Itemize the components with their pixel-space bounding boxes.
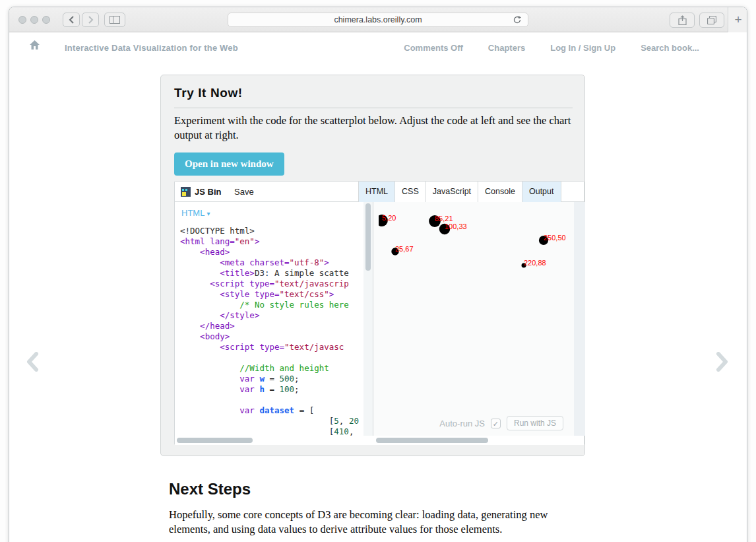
jsbin-toolbar: JS Bin Save HTMLCSSJavaScriptConsoleOutp… bbox=[175, 182, 584, 202]
editor-vertical-scrollbar[interactable] bbox=[363, 202, 373, 436]
divider bbox=[174, 108, 573, 108]
scatter-point-label: 5,20 bbox=[382, 214, 396, 222]
minimize-window-icon[interactable] bbox=[30, 16, 38, 24]
editor-horizontal-scrollbar[interactable] bbox=[177, 438, 253, 443]
reload-icon[interactable] bbox=[513, 15, 522, 24]
jsbin-save-menu[interactable]: Save bbox=[234, 187, 254, 197]
code-line: var w = 500; bbox=[180, 374, 359, 384]
code-line: //Width and height bbox=[180, 363, 359, 374]
next-steps-heading: Next Steps bbox=[169, 480, 251, 498]
plus-icon: + bbox=[734, 13, 741, 27]
zoom-window-icon[interactable] bbox=[42, 16, 50, 24]
editor-mode-dropdown[interactable]: HTML ▾ bbox=[181, 208, 210, 218]
editor-mode-label: HTML bbox=[181, 208, 205, 218]
nav-item-comments-off[interactable]: Comments Off bbox=[404, 43, 463, 53]
jsbin-tab-output[interactable]: Output bbox=[522, 182, 561, 202]
chevron-right-icon bbox=[88, 16, 94, 24]
site-header: Interactive Data Visualization for the W… bbox=[9, 32, 747, 59]
horizontal-scrollbars bbox=[175, 436, 584, 445]
browser-window: chimera.labs.oreilly.com + bbox=[9, 7, 747, 542]
tabs-icon bbox=[707, 16, 716, 24]
code-line: <body> bbox=[180, 331, 359, 342]
panel-description: Experiment with the code for the scatter… bbox=[174, 114, 575, 143]
code-line: <script type="text/javasc bbox=[180, 342, 359, 353]
output-pane: 5,2085,21100,33250,5025,67220,88 Auto-ru… bbox=[373, 202, 574, 436]
code-line bbox=[180, 395, 359, 405]
chevron-left-icon bbox=[69, 16, 75, 24]
browser-chrome: chimera.labs.oreilly.com + bbox=[9, 7, 747, 32]
code-line: <head> bbox=[180, 247, 359, 257]
scatter-point-label: 100,33 bbox=[445, 222, 467, 230]
autorun-checkbox[interactable]: ✓ bbox=[491, 419, 501, 428]
sidebar-toggle-button[interactable] bbox=[104, 13, 125, 27]
code-line: <title>D3: A simple scatte bbox=[180, 268, 359, 279]
panel-title: Try It Now! bbox=[174, 86, 243, 100]
back-button[interactable] bbox=[63, 13, 80, 27]
code-line: <style type="text/css"> bbox=[180, 289, 359, 300]
code-line: <meta charset="utf-8"> bbox=[180, 257, 359, 268]
jsbin-tab-javascript[interactable]: JavaScript bbox=[425, 182, 478, 202]
next-page-chevron[interactable] bbox=[715, 352, 730, 372]
scrollbar-thumb[interactable] bbox=[365, 203, 371, 271]
code-line: <!DOCTYPE html> bbox=[180, 226, 359, 236]
jsbin-tab-html[interactable]: HTML bbox=[358, 182, 394, 202]
try-it-now-panel: Try It Now! Experiment with the code for… bbox=[160, 75, 585, 456]
autorun-controls: Auto-run JS ✓ Run with JS bbox=[439, 416, 563, 430]
code-editor-content[interactable]: <!DOCTYPE html><html lang="en"> <head> <… bbox=[180, 226, 359, 436]
scatter-point-label: 25,67 bbox=[395, 245, 414, 253]
url-text: chimera.labs.oreilly.com bbox=[334, 15, 422, 24]
traffic-lights bbox=[18, 16, 50, 24]
code-line: </head> bbox=[180, 321, 359, 331]
chevron-down-icon: ▾ bbox=[207, 210, 210, 217]
run-with-js-button[interactable]: Run with JS bbox=[507, 416, 563, 430]
scatter-point-label: 85,21 bbox=[435, 215, 453, 222]
new-tab-button[interactable]: + bbox=[728, 7, 747, 32]
url-field[interactable]: chimera.labs.oreilly.com bbox=[228, 13, 528, 27]
jsbin-tab-css[interactable]: CSS bbox=[394, 182, 425, 202]
code-line: [5, 20 bbox=[180, 416, 359, 426]
previous-page-chevron[interactable] bbox=[25, 352, 40, 372]
output-horizontal-scrollbar[interactable] bbox=[376, 438, 488, 443]
nav-item-chapters[interactable]: Chapters bbox=[488, 43, 525, 53]
open-in-new-window-button[interactable]: Open in new window bbox=[174, 152, 284, 176]
jsbin-tabs: HTMLCSSJavaScriptConsoleOutput bbox=[358, 182, 561, 202]
autorun-label: Auto-run JS bbox=[439, 419, 485, 428]
site-nav: Comments OffChaptersLog In / Sign UpSear… bbox=[404, 43, 747, 53]
share-icon bbox=[678, 15, 687, 25]
code-line: <script type="text/javascrip bbox=[180, 279, 359, 289]
jsbin-embed: JS Bin Save HTMLCSSJavaScriptConsoleOutp… bbox=[174, 181, 584, 445]
jsbin-logo-icon bbox=[181, 187, 191, 197]
close-window-icon[interactable] bbox=[18, 16, 26, 24]
forward-button[interactable] bbox=[82, 13, 99, 27]
tab-overview-button[interactable] bbox=[699, 13, 724, 28]
code-line: /* No style rules here bbox=[180, 300, 359, 310]
sidebar-icon bbox=[110, 16, 120, 24]
share-button[interactable] bbox=[670, 13, 695, 28]
jsbin-brand[interactable]: JS Bin bbox=[195, 187, 221, 197]
next-steps-paragraph: Hopefully, some core concepts of D3 are … bbox=[169, 508, 575, 537]
home-icon[interactable] bbox=[30, 40, 40, 50]
code-line: </style> bbox=[180, 310, 359, 321]
nav-item-search-book[interactable]: Search book... bbox=[641, 43, 699, 53]
jsbin-tab-console[interactable]: Console bbox=[478, 182, 522, 202]
code-line: [410, bbox=[180, 426, 359, 436]
code-line: var h = 100; bbox=[180, 384, 359, 395]
site-title[interactable]: Interactive Data Visualization for the W… bbox=[65, 43, 238, 53]
code-editor-pane[interactable]: HTML ▾ <!DOCTYPE html><html lang="en"> <… bbox=[175, 202, 363, 436]
scatter-point-label: 250,50 bbox=[544, 234, 566, 242]
code-line: var dataset = [ bbox=[180, 405, 359, 416]
output-right-gutter bbox=[574, 202, 585, 436]
code-line bbox=[180, 353, 359, 363]
scatterplot-svg: 5,2085,21100,33250,5025,67220,88 bbox=[379, 207, 573, 280]
nav-item-log-in-sign-up[interactable]: Log In / Sign Up bbox=[550, 43, 615, 53]
code-line: <html lang="en"> bbox=[180, 236, 359, 247]
scatter-point-label: 220,88 bbox=[524, 259, 546, 267]
